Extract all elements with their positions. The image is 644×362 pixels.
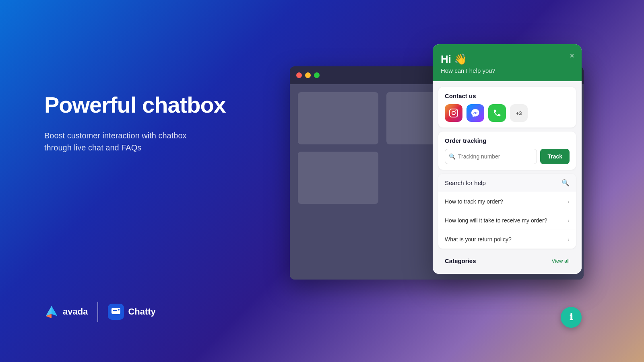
faq-item-2[interactable]: How long will it take to receive my orde… (438, 211, 576, 230)
categories-bar: Categories View all (438, 252, 576, 268)
svg-point-8 (452, 111, 455, 115)
browser-dot-red[interactable] (296, 72, 302, 78)
chatty-icon (108, 304, 124, 320)
faq-item-1[interactable]: How to track my order? › (438, 192, 576, 211)
tracking-search-icon: 🔍 (449, 153, 456, 160)
more-contacts-button[interactable]: +3 (510, 104, 528, 122)
svg-rect-7 (450, 109, 458, 117)
avada-icon (44, 304, 59, 319)
info-fab-icon: ℹ (570, 312, 573, 323)
chat-close-button[interactable]: × (570, 51, 574, 60)
avada-logo: avada (44, 304, 88, 319)
info-fab[interactable]: ℹ (561, 307, 582, 328)
svg-rect-4 (113, 310, 115, 311)
messenger-button[interactable] (466, 104, 484, 122)
faq-text-3: What is your return policy? (445, 236, 512, 243)
chatty-label: Chatty (128, 306, 155, 317)
svg-point-9 (455, 110, 456, 111)
help-search-label: Search for help (445, 179, 486, 186)
svg-rect-5 (115, 310, 117, 311)
chat-header-title: Hi 👋 (441, 53, 574, 66)
browser-dot-yellow[interactable] (305, 72, 311, 78)
left-content: Powerful chatbox Boost customer interact… (44, 93, 226, 154)
track-button[interactable]: Track (540, 149, 570, 164)
view-all-link[interactable]: View all (551, 258, 570, 264)
phone-button[interactable] (488, 104, 506, 122)
contact-icons: +3 (445, 104, 570, 122)
faq-text-1: How to track my order? (445, 198, 503, 205)
help-card: Search for help 🔍 How to track my order?… (438, 174, 576, 249)
categories-label: Categories (445, 257, 476, 264)
chat-header: Hi 👋 How can I help you? × (433, 44, 582, 81)
svg-marker-1 (52, 306, 57, 316)
contact-card: Contact us (438, 87, 576, 128)
messenger-icon (471, 108, 480, 118)
svg-point-6 (118, 309, 120, 311)
tracking-number-input[interactable] (445, 149, 537, 164)
faq-chevron-2: › (568, 217, 570, 224)
faq-chevron-1: › (568, 198, 570, 205)
help-search-bar[interactable]: Search for help 🔍 (438, 174, 576, 192)
faq-text-2: How long will it take to receive my orde… (445, 217, 547, 224)
chatty-logo: Chatty (108, 304, 155, 320)
avada-label: avada (63, 306, 88, 317)
subtitle: Boost customer interaction with chatbox … (44, 130, 213, 154)
browser-dot-green[interactable] (314, 72, 320, 78)
faq-item-3[interactable]: What is your return policy? › (438, 230, 576, 249)
brand-divider (97, 302, 98, 322)
phone-icon (493, 109, 502, 117)
tracking-card-title: Order tracking (445, 137, 570, 144)
branding: avada Chatty (44, 302, 156, 322)
main-title: Powerful chatbox (44, 93, 226, 117)
placeholder-3 (298, 152, 378, 204)
order-tracking-card: Order tracking 🔍 Track (438, 132, 576, 170)
help-search-icon: 🔍 (561, 179, 570, 187)
faq-chevron-3: › (568, 236, 570, 243)
chat-widget: Hi 👋 How can I help you? × Contact us (433, 44, 582, 274)
tracking-input-wrapper: 🔍 (445, 149, 537, 164)
contact-card-title: Contact us (445, 93, 570, 99)
placeholder-1 (298, 92, 378, 144)
chat-body: Contact us (433, 81, 582, 274)
chatty-icon-svg (111, 307, 121, 317)
chat-header-subtitle: How can I help you? (441, 67, 574, 74)
instagram-icon (449, 108, 458, 118)
instagram-button[interactable] (445, 104, 462, 122)
chat-greeting: Hi 👋 (441, 53, 467, 66)
tracking-input-row: 🔍 Track (445, 149, 570, 164)
